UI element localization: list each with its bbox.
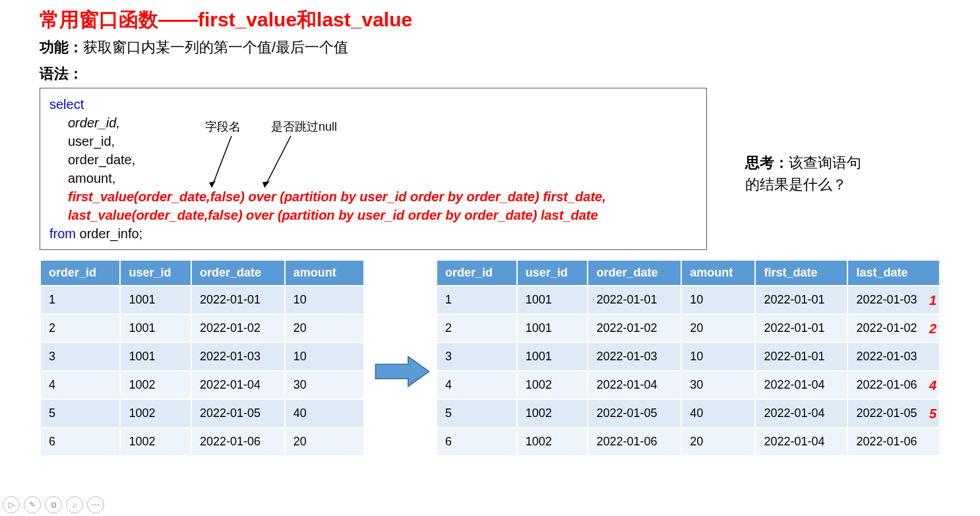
table-cell: 1002: [518, 428, 588, 455]
table-cell: 2022-01-05: [588, 400, 681, 427]
function-description: 功能：获取窗口内某一列的第一个值/最后一个值: [40, 38, 940, 57]
annotation-field-name: 字段名: [205, 119, 241, 135]
table-cell: 4: [41, 371, 119, 399]
table-cell: 2022-01-04: [588, 371, 681, 399]
overlay-annotation: 2: [929, 321, 936, 336]
table-row: 210012022-01-0220: [41, 315, 363, 342]
table-cell: 1002: [518, 371, 588, 399]
table-cell: 1002: [121, 400, 191, 427]
sql-last-value-line: last_value(order_date,false) over (parti…: [49, 206, 598, 224]
table-cell: 20: [286, 315, 363, 342]
table-cell: 6: [41, 428, 119, 455]
table-cell: 2022-01-031: [848, 286, 939, 313]
think-label: 思考：: [745, 154, 789, 171]
think-prompt: 思考：该查询语句 的结果是什么？: [745, 152, 943, 195]
table-cell: 3: [41, 343, 119, 370]
table-cell: 5: [437, 400, 516, 427]
svg-marker-4: [375, 357, 429, 387]
col-header: first_date: [756, 261, 847, 285]
table-cell: 2022-01-01: [192, 286, 284, 313]
copy-icon[interactable]: ⧉: [45, 496, 62, 513]
overlay-annotation: 1: [929, 292, 936, 307]
table-cell: 1002: [121, 371, 191, 399]
think-text1: 该查询语句: [789, 154, 861, 171]
table-cell: 2022-01-06: [848, 428, 939, 455]
sql-col-user-id: user_id,: [49, 132, 115, 150]
zoom-icon[interactable]: ⌕: [66, 496, 83, 513]
table-cell: 2022-01-01: [756, 286, 847, 313]
col-header: amount: [682, 261, 754, 285]
table-row: 610022022-01-06202022-01-042022-01-06: [437, 428, 939, 455]
page-title: 常用窗口函数——first_value和last_value: [40, 7, 940, 34]
table-cell: 5: [41, 400, 119, 427]
col-header: order_date: [588, 261, 681, 285]
annotation-skip-null: 是否跳过null: [271, 119, 337, 135]
table-row: 310012022-01-0310: [41, 343, 363, 370]
table-cell: 40: [286, 400, 363, 427]
table-cell: 30: [286, 371, 363, 399]
table-cell: 2022-01-02: [588, 315, 681, 342]
sql-table-name: order_info;: [80, 226, 143, 241]
function-text: 获取窗口内某一列的第一个值/最后一个值: [83, 39, 348, 55]
sql-col-order-date: order_date,: [49, 150, 135, 169]
table-cell: 1002: [121, 428, 191, 455]
table-cell: 2022-01-01: [756, 315, 847, 342]
col-header: order_id: [41, 261, 119, 285]
table-cell: 20: [682, 315, 754, 342]
table-cell: 30: [682, 371, 754, 399]
play-icon[interactable]: ▷: [3, 496, 20, 513]
table-cell: 1001: [121, 286, 191, 313]
function-label: 功能：: [40, 39, 83, 55]
more-icon[interactable]: ⋯: [87, 496, 104, 513]
table-row: 510022022-01-05402022-01-042022-01-055: [437, 400, 939, 427]
table-cell: 10: [286, 343, 363, 370]
table-cell: 1001: [518, 286, 588, 313]
col-header: user_id: [518, 261, 588, 285]
table-cell: 1001: [518, 343, 588, 370]
think-text2: 的结果是什么？: [745, 176, 847, 193]
col-header: order_date: [192, 261, 284, 285]
table-cell: 2022-01-03: [848, 343, 939, 370]
transform-arrow-icon: [373, 352, 432, 391]
col-header: order_id: [437, 261, 516, 285]
table-cell: 2022-01-04: [756, 428, 847, 455]
table-cell: 10: [682, 286, 754, 313]
table-cell: 2022-01-04: [756, 371, 847, 399]
table-header-row: order_id user_id order_date amount: [41, 261, 363, 285]
bottom-toolbar: ▷ ✎ ⧉ ⌕ ⋯: [3, 496, 104, 513]
table-cell: 10: [286, 286, 363, 313]
edit-icon[interactable]: ✎: [24, 496, 41, 513]
syntax-label: 语法：: [40, 64, 940, 84]
col-header: user_id: [121, 261, 191, 285]
table-cell: 2022-01-03: [192, 343, 284, 370]
overlay-annotation: 4: [929, 377, 936, 393]
col-header: last_date: [848, 261, 939, 285]
table-cell: 1001: [518, 315, 588, 342]
sql-col-amount: amount,: [49, 169, 115, 187]
sql-select-keyword: select: [49, 97, 84, 112]
sql-from-keyword: from: [49, 226, 76, 241]
table-cell: 2022-01-055: [848, 400, 939, 427]
table-row: 310012022-01-03102022-01-012022-01-03: [437, 343, 939, 370]
table-cell: 2022-01-064: [848, 371, 939, 399]
input-table: order_id user_id order_date amount 11001…: [40, 259, 365, 457]
table-cell: 20: [682, 428, 754, 455]
table-cell: 6: [437, 428, 516, 455]
table-cell: 2022-01-04: [192, 371, 284, 399]
table-row: 110012022-01-01102022-01-012022-01-031: [437, 286, 939, 313]
table-row: 410022022-01-0430: [41, 371, 363, 399]
col-header: amount: [286, 261, 363, 285]
overlay-annotation: 5: [929, 406, 936, 421]
table-cell: 2022-01-01: [588, 286, 681, 313]
table-cell: 2022-01-03: [588, 343, 681, 370]
table-row: 210012022-01-02202022-01-012022-01-022: [437, 315, 939, 342]
table-cell: 2022-01-05: [192, 400, 284, 427]
table-cell: 2022-01-02: [192, 315, 284, 342]
table-cell: 1: [437, 286, 516, 313]
table-cell: 2022-01-04: [756, 400, 847, 427]
table-header-row: order_id user_id order_date amount first…: [437, 261, 939, 285]
table-cell: 2022-01-06: [588, 428, 681, 455]
table-cell: 2022-01-022: [848, 315, 939, 342]
table-cell: 2022-01-06: [192, 428, 284, 455]
table-row: 610022022-01-0620: [41, 428, 363, 455]
